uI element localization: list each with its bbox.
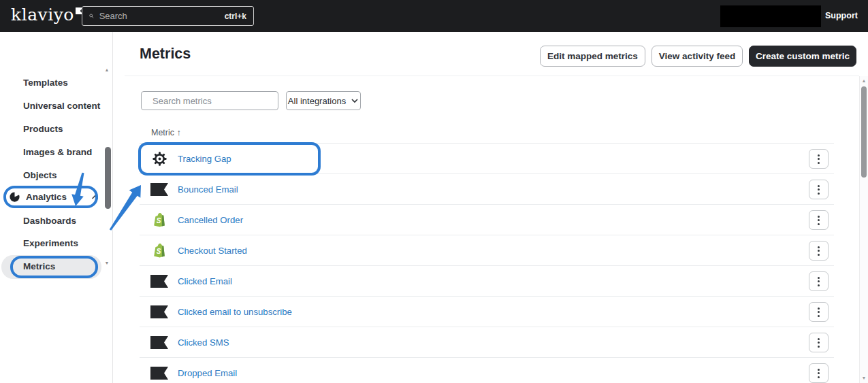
metric-link[interactable]: Clicked SMS (178, 327, 229, 358)
support-link[interactable]: Support (825, 0, 858, 32)
sidebar-item-dashboards[interactable]: Dashboards (23, 215, 76, 227)
page-scrollbar: ▲ ▼ (859, 76, 868, 383)
row-actions-button[interactable] (809, 149, 829, 169)
main-content: Metrics Edit mapped metrics View activit… (113, 32, 859, 383)
app-window: klaviyo ctrl+k Support Templates Univers… (0, 0, 868, 383)
row-actions-button[interactable] (809, 180, 829, 199)
scroll-up-icon[interactable]: ▲ (860, 78, 868, 83)
table-row: Dropped Email (140, 358, 834, 383)
create-custom-metric-button[interactable]: Create custom metric (749, 46, 856, 67)
metric-link[interactable]: Clicked email to unsubscribe (178, 297, 292, 327)
table-row: Bounced Email (140, 174, 834, 205)
sidebar-item-objects[interactable]: Objects (23, 169, 57, 182)
integrations-filter-dropdown[interactable]: All integrations (286, 91, 361, 110)
klaviyo-flag-icon (149, 358, 170, 383)
shopify-icon: S (149, 235, 170, 266)
svg-text:S: S (157, 248, 161, 255)
table-row: S Checkout Started (140, 235, 834, 266)
sidebar-item-images-brand[interactable]: Images & brand (23, 146, 92, 159)
metric-link[interactable]: Checkout Started (178, 235, 247, 266)
divider (125, 76, 859, 76)
logo-wordmark: klaviyo (11, 5, 74, 24)
table-row: Tracking Gap (140, 144, 834, 174)
metric-link[interactable]: Dropped Email (178, 358, 237, 383)
table-row: S Cancelled Order (140, 205, 834, 235)
sidebar-scroll-down-icon[interactable]: ▼ (102, 261, 112, 265)
row-actions-button[interactable] (809, 271, 829, 291)
sidebar-scroll-up-icon[interactable]: ▲ (102, 67, 112, 72)
edit-mapped-metrics-button[interactable]: Edit mapped metrics (540, 46, 645, 67)
row-actions-button[interactable] (809, 241, 829, 261)
sidebar-item-metrics[interactable]: Metrics (23, 261, 55, 273)
chevron-down-icon (351, 97, 359, 105)
sidebar-item-experiments[interactable]: Experiments (23, 237, 78, 250)
global-search-input[interactable] (99, 11, 219, 21)
row-actions-button[interactable] (809, 302, 829, 322)
row-actions-button[interactable] (809, 363, 829, 383)
gear-icon (149, 144, 170, 174)
search-shortcut-hint: ctrl+k (225, 12, 246, 21)
global-search[interactable]: ctrl+k (82, 6, 254, 26)
page-scrollbar-thumb[interactable] (861, 86, 867, 178)
row-actions-button[interactable] (809, 210, 829, 230)
klaviyo-flag-icon (149, 297, 170, 327)
table-header: Metric ↑ (140, 128, 834, 144)
metric-link[interactable]: Tracking Gap (178, 144, 231, 174)
klaviyo-flag-icon (149, 327, 170, 358)
klaviyo-flag-icon (149, 266, 170, 297)
view-activity-feed-button[interactable]: View activity feed (652, 46, 743, 67)
shopify-icon: S (149, 205, 170, 235)
metrics-search[interactable] (141, 91, 278, 110)
pie-chart-icon (10, 192, 20, 202)
scroll-down-icon[interactable]: ▼ (860, 376, 868, 380)
table-row: Clicked SMS (140, 327, 834, 358)
sidebar-scrollbar-thumb[interactable] (105, 147, 111, 209)
sidebar-item-analytics[interactable]: Analytics (10, 192, 99, 202)
sidebar-item-products[interactable]: Products (23, 123, 63, 135)
metric-link[interactable]: Bounced Email (178, 174, 238, 205)
metric-link[interactable]: Cancelled Order (178, 205, 243, 235)
metric-column-sort[interactable]: Metric ↑ (151, 128, 181, 137)
row-actions-button[interactable] (809, 333, 829, 352)
sidebar-item-templates[interactable]: Templates (23, 77, 68, 89)
metrics-search-input[interactable] (152, 96, 272, 106)
table-row: Clicked email to unsubscribe (140, 297, 834, 327)
page-title: Metrics (140, 46, 191, 63)
klaviyo-logo[interactable]: klaviyo (11, 5, 83, 24)
sidebar: Templates Universal content Products Ima… (0, 32, 113, 383)
chevron-up-icon (91, 193, 99, 201)
account-name-redacted (720, 5, 821, 27)
search-icon (89, 11, 94, 21)
klaviyo-flag-icon (149, 174, 170, 205)
topbar: klaviyo ctrl+k Support (0, 0, 868, 32)
sort-ascending-icon: ↑ (177, 128, 181, 137)
svg-text:S: S (157, 217, 161, 224)
table-row: Clicked Email (140, 266, 834, 297)
metric-link[interactable]: Clicked Email (178, 266, 232, 297)
sidebar-item-universal-content[interactable]: Universal content (23, 100, 100, 112)
